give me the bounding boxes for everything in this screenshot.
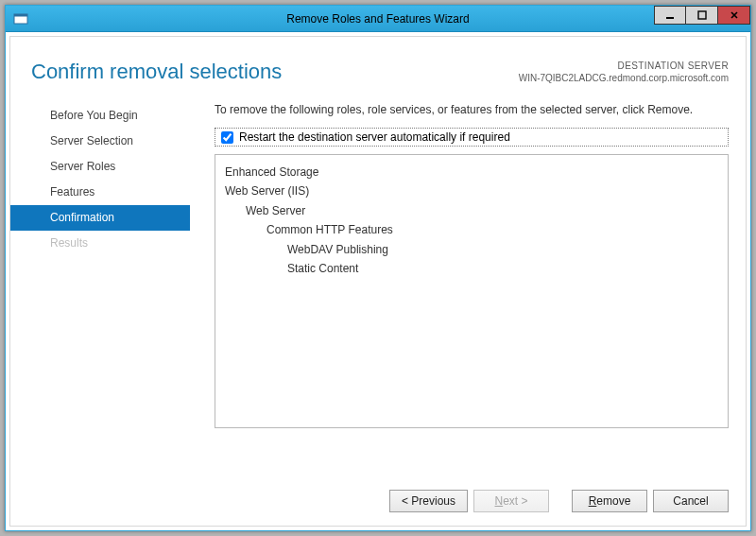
remove-button[interactable]: Remove	[572, 490, 647, 512]
main-panel: To remove the following roles, role serv…	[190, 101, 729, 476]
instruction-text: To remove the following roles, role serv…	[215, 101, 729, 116]
minimize-button[interactable]	[654, 6, 686, 25]
window-title: Remove Roles and Features Wizard	[6, 12, 750, 26]
window-buttons	[654, 6, 750, 31]
header-area: Confirm removal selections DESTINATION S…	[10, 37, 746, 101]
sidebar-item-features[interactable]: Features	[10, 180, 190, 205]
app-icon	[13, 11, 28, 26]
feature-item[interactable]: WebDAV Publishing	[221, 240, 722, 259]
svg-rect-1	[14, 14, 27, 17]
sidebar-item-server-roles[interactable]: Server Roles	[10, 154, 190, 180]
removal-list[interactable]: Enhanced StorageWeb Server (IIS)Web Serv…	[215, 154, 729, 428]
close-button[interactable]	[718, 6, 750, 25]
destination-name: WIN-7QIBC2LADCG.redmond.corp.microsoft.c…	[519, 72, 729, 84]
feature-item[interactable]: Common HTTP Features	[221, 220, 722, 239]
feature-item[interactable]: Web Server (IIS)	[221, 182, 722, 200]
sidebar-item-confirmation[interactable]: Confirmation	[10, 205, 190, 231]
window-body: Confirm removal selections DESTINATION S…	[6, 32, 750, 530]
feature-item[interactable]: Enhanced Storage	[221, 163, 722, 182]
restart-label: Restart the destination server automatic…	[239, 130, 510, 144]
destination-block: DESTINATION SERVER WIN-7QIBC2LADCG.redmo…	[519, 60, 729, 84]
feature-item[interactable]: Static Content	[221, 259, 722, 278]
maximize-button[interactable]	[686, 6, 718, 25]
page-title: Confirm removal selections	[31, 60, 519, 84]
next-button: Next >	[473, 490, 549, 512]
feature-item[interactable]: Web Server	[221, 201, 722, 220]
wizard-steps-sidebar: Before You BeginServer SelectionServer R…	[10, 101, 190, 476]
previous-button[interactable]: < Previous	[389, 490, 468, 512]
button-row: < Previous Next > Remove Cancel	[10, 476, 746, 526]
sidebar-item-results: Results	[10, 231, 190, 256]
title-bar[interactable]: Remove Roles and Features Wizard	[6, 6, 750, 32]
restart-checkbox[interactable]	[221, 131, 233, 144]
restart-checkbox-row[interactable]: Restart the destination server automatic…	[215, 128, 729, 147]
sidebar-item-server-selection[interactable]: Server Selection	[10, 129, 190, 154]
svg-rect-2	[666, 17, 674, 19]
sidebar-item-before-you-begin[interactable]: Before You Begin	[10, 103, 190, 129]
wizard-window: Remove Roles and Features Wizard Confirm…	[5, 5, 751, 531]
destination-label: DESTINATION SERVER	[519, 60, 729, 72]
cancel-button[interactable]: Cancel	[653, 490, 729, 512]
svg-rect-3	[698, 11, 706, 19]
